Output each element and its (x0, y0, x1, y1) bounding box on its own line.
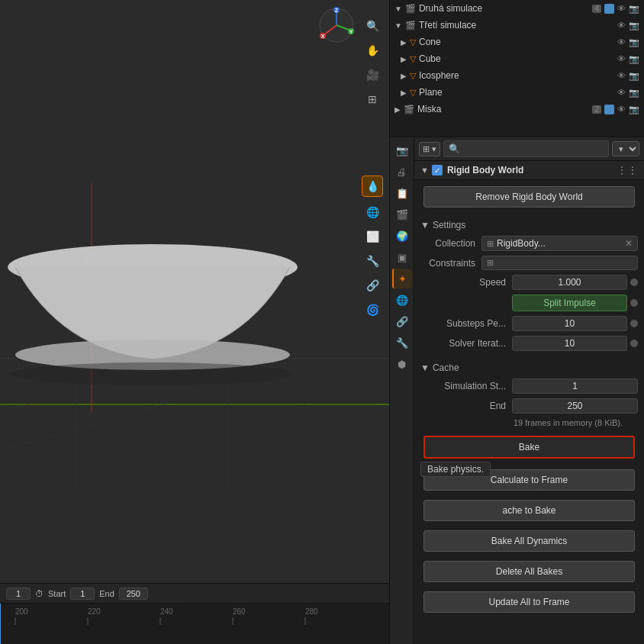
expand-icon-cube: ▶ (401, 55, 407, 63)
cache-to-bake-button[interactable]: ache to Bake (423, 500, 635, 521)
axis-gizmo: Z Y X (317, 6, 356, 44)
rbd-checkbox[interactable]: ✓ (432, 165, 443, 175)
constraints-value[interactable]: ⊞ (481, 256, 638, 270)
outliner-item-druha[interactable]: ▼ 🎬 Druhá simulace 4 👁 📷 (390, 0, 644, 17)
speed-value[interactable]: 1.000 (512, 275, 627, 290)
check-druha[interactable] (604, 4, 614, 14)
timeline-body[interactable]: 200 220 240 260 280 (0, 604, 389, 644)
constraints-row: Constraints ⊞ (414, 253, 644, 272)
outliner-item-miska[interactable]: ▶ 🎬 Miska 2 👁 📷 (390, 101, 644, 118)
rbd-dots[interactable]: ⋮⋮ (617, 164, 638, 176)
cam-icon-cube[interactable]: 📷 (629, 54, 639, 64)
update-all-to-frame-button[interactable]: Update All to Frame (423, 591, 635, 613)
settings-header[interactable]: ▼ Settings (414, 217, 644, 233)
remove-rigid-body-world-button[interactable]: Remove Rigid Body World (423, 186, 635, 208)
cam-icon-druha[interactable]: 📷 (629, 4, 639, 14)
scene-icon-miska: 🎬 (404, 105, 414, 114)
prop-icon-physics[interactable]: 🌐 (392, 290, 412, 310)
scene-icon-druha: 🎬 (405, 4, 416, 14)
speed-label: Speed (420, 277, 512, 288)
item-label-treti: Třetí simulace (419, 20, 476, 31)
vis-icon-plane[interactable]: 👁 (617, 88, 626, 97)
search-select[interactable]: ▾ (612, 141, 639, 156)
search-input[interactable] (443, 140, 609, 157)
cam-icon-treti[interactable]: 📷 (629, 21, 639, 31)
current-frame-input[interactable]: 1 (6, 588, 31, 600)
prop-icon-world[interactable]: 🌍 (392, 226, 412, 246)
solver-dot[interactable] (630, 340, 638, 347)
active-physics-icon[interactable]: 💧 (362, 175, 383, 197)
outliner-item-treti[interactable]: ▼ 🎬 Třetí simulace 👁 📷 (390, 17, 644, 34)
end-value[interactable]: 250 (512, 398, 638, 414)
substeps-value[interactable]: 10 (512, 316, 627, 331)
sim-start-value[interactable]: 1 (512, 378, 638, 394)
vis-icon-cube[interactable]: 👁 (617, 54, 626, 63)
bake-button[interactable]: Bake (423, 436, 635, 459)
cam-icon-miska[interactable]: 📷 (629, 105, 639, 114)
properties-content: ⊞ ▾ ▾ ▼ ✓ Rigid Body World ⋮⋮ Remove Rig… (414, 137, 644, 644)
prop-icon-output[interactable]: 🖨 (392, 162, 412, 182)
outliner-item-icosphere[interactable]: ▶ ▽ Icosphere 👁 📷 (390, 67, 644, 84)
check-miska[interactable] (604, 105, 614, 114)
cam-icon-icosphere[interactable]: 📷 (629, 71, 639, 81)
nodes-icon[interactable]: 🔗 (362, 275, 383, 296)
settings-subsection: ▼ Settings Collection ⊞ RigidBody... ✕ C… (414, 214, 644, 356)
vis-icon-icosphere[interactable]: 👁 (617, 71, 626, 80)
settings-expand-icon: ▼ (420, 220, 430, 230)
wrench-icon[interactable]: 🔧 (362, 250, 383, 272)
solver-value[interactable]: 10 (512, 336, 627, 351)
collection-remove-button[interactable]: ✕ (625, 238, 633, 249)
zoom-icon[interactable]: 🔍 (362, 15, 383, 37)
substeps-label: Substeps Pe... (420, 318, 512, 329)
prop-icon-constraints[interactable]: 🔗 (392, 311, 412, 331)
outliner-item-cube[interactable]: ▶ ▽ Cube 👁 📷 (390, 50, 644, 67)
pan-icon[interactable]: ✋ (362, 40, 383, 61)
box-icon[interactable]: ⬜ (362, 226, 383, 247)
speed-keyframe-dot[interactable] (630, 279, 638, 286)
svg-text:Y: Y (349, 29, 353, 34)
expand-icon-miska: ▶ (394, 105, 401, 114)
item-label-icosphere: Icosphere (419, 70, 459, 81)
bake-physics-tooltip: Bake physics. (420, 462, 491, 477)
split-impulse-toggle[interactable]: Split Impulse (512, 295, 627, 311)
vis-icon-treti[interactable]: 👁 (617, 21, 626, 30)
sphere-icon[interactable]: 🌀 (362, 299, 383, 320)
vis-icon-cone[interactable]: 👁 (617, 37, 626, 47)
prop-icon-particles[interactable]: ✦ (392, 269, 412, 288)
settings-label: Settings (433, 220, 465, 230)
prop-icon-scene[interactable]: 🎬 (392, 204, 412, 224)
grid-icon[interactable]: ⊞ (362, 89, 383, 110)
viewport[interactable]: Z Y X 🔍 ✋ 🎥 ⊞ 💧 🌐 ⬜ 🔧 🔗 🌀 1 (0, 0, 389, 644)
expand-icon-treti: ▼ (394, 21, 402, 30)
end-label: End (420, 401, 512, 411)
outliner-item-cone[interactable]: ▶ ▽ Cone 👁 📷 (390, 34, 644, 50)
svg-text:240: 240 (160, 607, 173, 616)
prop-icon-viewlayer[interactable]: 📋 (392, 183, 412, 203)
constraints-type-icon: ⊞ (487, 258, 494, 268)
split-impulse-dot[interactable] (630, 299, 638, 307)
expand-rbd[interactable]: ▼ (420, 166, 429, 175)
outliner-item-plane[interactable]: ▶ ▽ Plane 👁 📷 (390, 84, 644, 101)
cam-icon-plane[interactable]: 📷 (629, 88, 639, 98)
prop-icon-modifiers[interactable]: 🔧 (392, 333, 412, 353)
end-frame-input[interactable]: 250 (119, 588, 148, 600)
vis-icon-miska[interactable]: 👁 (617, 105, 626, 114)
search-dropdown[interactable]: ⊞ ▾ (419, 142, 440, 156)
outliner-icons-icosphere: 👁 📷 (617, 71, 639, 81)
viewport-grid (0, 0, 389, 644)
prop-icon-shader[interactable]: ⬢ (392, 354, 412, 374)
bake-all-dynamics-button[interactable]: Bake All Dynamics (423, 530, 635, 552)
cache-header[interactable]: ▼ Cache (414, 359, 644, 376)
start-frame-input[interactable]: 1 (70, 588, 95, 600)
prop-icon-render[interactable]: 📷 (392, 140, 412, 160)
cam-icon-cone[interactable]: 📷 (629, 37, 639, 47)
delete-all-bakes-button[interactable]: Delete All Bakes (423, 561, 635, 582)
collection-value[interactable]: ⊞ RigidBody... ✕ (481, 236, 638, 251)
substeps-dot[interactable] (630, 320, 638, 327)
prop-icon-object[interactable]: ▣ (392, 247, 412, 267)
vis-icon-druha[interactable]: 👁 (617, 4, 626, 13)
camera-icon[interactable]: 🎥 (362, 64, 383, 85)
badge-druha: 4 (592, 5, 601, 13)
mesh-icon-icosphere: ▽ (410, 71, 416, 81)
particles-icon[interactable]: 🌐 (362, 201, 383, 223)
